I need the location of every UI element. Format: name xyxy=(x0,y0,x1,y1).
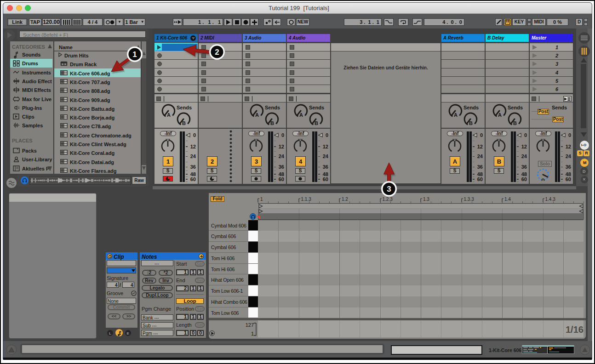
svg-text:3: 3 xyxy=(387,185,391,193)
svg-text:2: 2 xyxy=(215,48,219,57)
svg-text:1: 1 xyxy=(132,50,137,59)
